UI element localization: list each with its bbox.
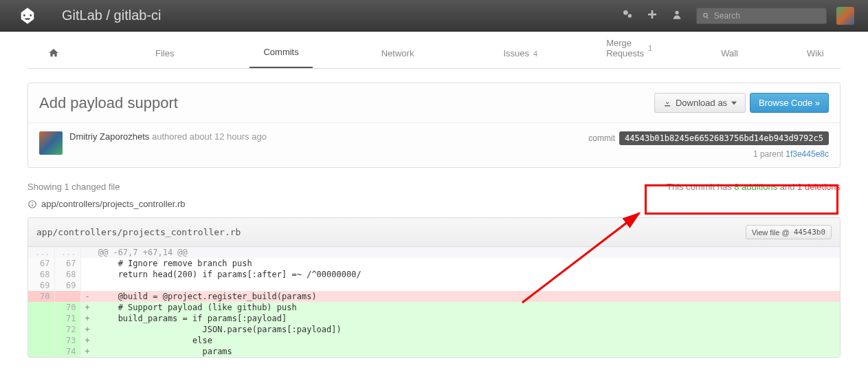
tab-issues[interactable]: Issues 4 (489, 39, 551, 68)
diff-row: 6767 # Ignore remove branch push (28, 258, 840, 269)
author-line: Dmitriy Zaporozhets authored about 12 ho… (69, 131, 267, 142)
diff-sign: + (80, 324, 94, 335)
diff-code: else (94, 335, 840, 346)
tab-wiki[interactable]: Wiki (793, 39, 838, 68)
diff-table: ......@@ -67,7 +67,14 @@6767 # Ignore re… (28, 247, 840, 357)
changed-file-link[interactable]: app/controllers/projects_controller.rb (41, 199, 186, 209)
line-old: 67 (28, 258, 54, 269)
line-new: 69 (54, 280, 80, 291)
diff-code: params (94, 346, 840, 357)
commit-sha-block: commit 44543b01b8245e6652683756bd14eb943… (588, 131, 829, 159)
tab-merge-requests[interactable]: Merge Requests 1 (592, 28, 666, 68)
diff-row: 70- @build = @project.register_build(par… (28, 291, 840, 302)
nav-tabs: Files Commits Network Issues 4 Merge Req… (27, 32, 841, 69)
breadcrumb[interactable]: GitLab / gitlab-ci (62, 8, 622, 23)
diff-code (94, 280, 840, 291)
line-new: 71 (54, 313, 80, 324)
tab-home[interactable] (27, 38, 80, 68)
svg-line-10 (522, 213, 639, 303)
svg-rect-9 (32, 204, 32, 206)
search-icon (702, 12, 710, 20)
diff-code: # Ignore remove branch push (94, 258, 840, 269)
parent-sha-link[interactable]: 1f3e445e8c (786, 149, 829, 159)
settings-icon[interactable] (622, 9, 633, 22)
diff-sign (80, 269, 94, 280)
download-button[interactable]: Download as (654, 93, 746, 113)
diff-row: ......@@ -67,7 +67,14 @@ (28, 247, 840, 258)
topbar-actions (622, 9, 682, 22)
browse-code-button[interactable]: Browse Code » (750, 93, 829, 113)
diff-sign: - (80, 291, 94, 302)
tab-mr-label: Merge Requests (606, 38, 644, 58)
line-new: 67 (54, 258, 80, 269)
line-old: ... (28, 247, 54, 258)
diff-code: @@ -67,7 +67,14 @@ (94, 247, 840, 258)
authored-time: authored about 12 hours ago (152, 131, 267, 142)
diff-sign: + (80, 335, 94, 346)
line-new: 73 (54, 335, 80, 346)
diff-row: 6868 return head(200) if params[:after] … (28, 269, 840, 280)
gitlab-logo[interactable] (14, 2, 41, 30)
diff-code: JSON.parse(params[:payload]) (94, 324, 840, 335)
svg-rect-6 (706, 16, 709, 19)
tab-commits[interactable]: Commits (249, 37, 312, 68)
commit-title: Add payload support (39, 94, 654, 112)
view-file-button[interactable]: View file @ 44543b0 (746, 225, 832, 239)
line-old (28, 335, 54, 346)
search-box[interactable] (696, 8, 827, 24)
line-new: 68 (54, 269, 80, 280)
tab-wall[interactable]: Wall (707, 39, 752, 68)
user-icon[interactable] (671, 9, 682, 22)
diff-row: 73+ else (28, 335, 840, 346)
line-old (28, 346, 54, 357)
commit-header: Add payload support Download as Browse C… (27, 83, 841, 168)
line-old (28, 302, 54, 313)
download-icon (663, 99, 671, 107)
line-old (28, 324, 54, 335)
line-old: 68 (28, 269, 54, 280)
diff-sign: + (80, 302, 94, 313)
line-old: 69 (28, 280, 54, 291)
plus-icon[interactable] (647, 9, 658, 22)
line-new (54, 291, 80, 302)
commit-title-row: Add payload support Download as Browse C… (28, 83, 840, 123)
files-changed: Showing 1 changed file (27, 182, 120, 192)
diff-row: 74+ params (28, 346, 840, 357)
diff-header: app/controllers/projects_controller.rb V… (28, 218, 840, 247)
line-old: 70 (28, 291, 54, 302)
diff-code: build_params = if params[:payload] (94, 313, 840, 324)
diff-code: # Support payload (like github) push (94, 302, 840, 313)
diff-code: return head(200) if params[:after] =~ /^… (94, 269, 840, 280)
tab-network[interactable]: Network (368, 39, 428, 68)
diff-row: 70+ # Support payload (like github) push (28, 302, 840, 313)
diff-sign (80, 258, 94, 269)
annotation-arrow (515, 206, 653, 310)
line-new: 72 (54, 324, 80, 335)
file-icon (27, 199, 37, 209)
diff-sign: + (80, 313, 94, 324)
parent-line: 1 parent 1f3e445e8c (588, 149, 829, 159)
commit-label: commit (588, 133, 615, 143)
diff-sign (80, 247, 94, 258)
line-new: 74 (54, 346, 80, 357)
tab-files[interactable]: Files (142, 39, 188, 68)
svg-point-1 (628, 14, 632, 17)
mr-count-badge: 1 (648, 44, 652, 52)
author-avatar[interactable] (39, 131, 63, 155)
svg-rect-8 (32, 202, 32, 203)
diff-row: 71+ build_params = if params[:payload] (28, 313, 840, 324)
author-name[interactable]: Dmitriy Zaporozhets (69, 131, 149, 142)
svg-point-4 (675, 11, 678, 14)
annotation-highlight-box (645, 184, 838, 215)
caret-down-icon (731, 100, 737, 106)
commit-meta-row: Dmitriy Zaporozhets authored about 12 ho… (28, 123, 840, 167)
home-icon (48, 47, 59, 58)
line-new: ... (54, 247, 80, 258)
diff-sign: + (80, 346, 94, 357)
search-input[interactable] (714, 11, 821, 21)
user-avatar[interactable] (836, 7, 854, 25)
diff-sign (80, 280, 94, 291)
svg-point-0 (623, 10, 628, 15)
content: Add payload support Download as Browse C… (27, 83, 841, 358)
commit-sha[interactable]: 44543b01b8245e6652683756bd14eb943d9792c5 (619, 131, 829, 145)
